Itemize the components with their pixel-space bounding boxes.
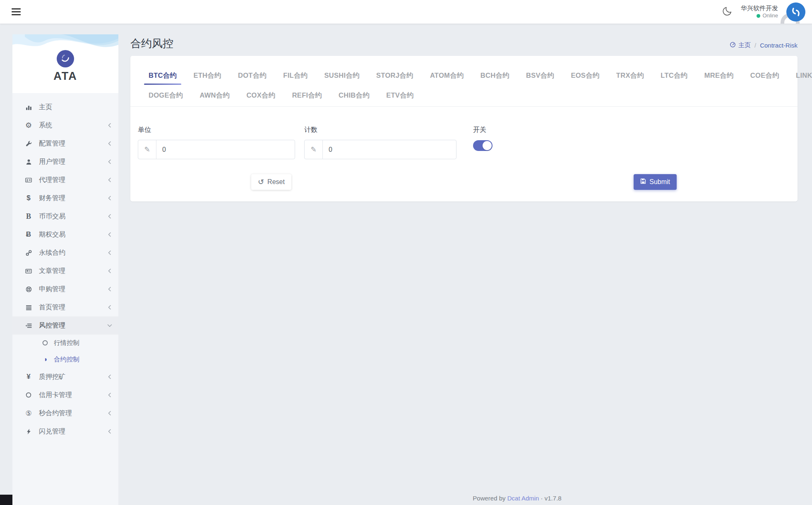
user-icon xyxy=(24,159,33,165)
dark-mode-toggle[interactable] xyxy=(722,6,733,18)
chevron-left-icon xyxy=(108,177,112,182)
page-footer: Powered by Dcat Admin · v1.7.8 xyxy=(237,495,798,502)
tab-MRE合约[interactable]: MRE合约 xyxy=(699,67,740,86)
unit-input[interactable] xyxy=(156,140,295,159)
sidebar-item-15[interactable]: ⑤秒合约管理 xyxy=(12,404,118,422)
sidebar-item-12[interactable]: 风控管理 xyxy=(12,316,118,335)
sidebar-item-2[interactable]: 配置管理 xyxy=(12,134,118,153)
sidebar-item-9[interactable]: 文章管理 xyxy=(12,262,118,280)
sidebar-item-label: 文章管理 xyxy=(39,267,108,275)
chain-link-icon xyxy=(24,250,33,256)
moon-icon xyxy=(722,6,733,18)
coin-b-icon: B xyxy=(24,212,33,221)
sidebar-item-3[interactable]: 用户管理 xyxy=(12,153,118,171)
unit-field-group: 单位 ✎ xyxy=(138,126,295,159)
tab-row-1: DOGE合约AWN合约COX合约REFI合约CHIB合约ETV合约 xyxy=(143,86,787,106)
count-input[interactable] xyxy=(323,140,456,159)
sidebar-item-16[interactable]: 闪兑管理 xyxy=(12,422,118,440)
tab-DOGE合约[interactable]: DOGE合约 xyxy=(143,86,189,106)
contract-risk-card: BTC合约ETH合约DOT合约FIL合约SUSHI合约STORJ合约ATOM合约… xyxy=(130,56,798,201)
tab-BTC合约[interactable]: BTC合约 xyxy=(143,67,183,86)
switch-toggle[interactable] xyxy=(473,140,492,151)
sidebar-menu: 主页⚙系统配置管理用户管理代理管理$财务管理B币币交易Ƀ期权交易永续合约文章管理… xyxy=(12,93,118,440)
avatar[interactable] xyxy=(786,2,805,22)
sidebar-item-1[interactable]: ⚙系统 xyxy=(12,116,118,134)
sidebar-subitem-12-0[interactable]: 行情控制 xyxy=(12,335,118,351)
switch-label: 开关 xyxy=(473,126,492,134)
sidebar-item-11[interactable]: 首页管理 xyxy=(12,298,118,316)
toggle-knob xyxy=(483,141,492,150)
tab-COX合约[interactable]: COX合约 xyxy=(240,86,281,106)
chevron-left-icon xyxy=(108,429,112,434)
tab-EOS合约[interactable]: EOS合约 xyxy=(565,67,605,86)
tab-BCH合约[interactable]: BCH合约 xyxy=(475,67,515,86)
yen-icon: ¥ xyxy=(24,373,33,381)
sidebar-item-label: 风控管理 xyxy=(39,321,108,330)
chevron-left-icon xyxy=(108,159,112,164)
dcat-admin-link[interactable]: Dcat Admin xyxy=(507,495,539,502)
sidebar-item-7[interactable]: Ƀ期权交易 xyxy=(12,225,118,244)
tab-SUSHI合约[interactable]: SUSHI合约 xyxy=(319,67,366,86)
sidebar-item-label: 代理管理 xyxy=(39,176,108,184)
tab-COE合约[interactable]: COE合约 xyxy=(745,67,785,86)
logo-card[interactable]: ATA xyxy=(12,34,118,93)
tab-ETV合约[interactable]: ETV合约 xyxy=(380,86,420,106)
page-title: 合约风控 xyxy=(130,36,173,51)
sidebar-item-5[interactable]: $财务管理 xyxy=(12,189,118,207)
sidebar-item-10[interactable]: 申购管理 xyxy=(12,280,118,298)
chart-bar-icon xyxy=(24,104,33,110)
chevron-left-icon xyxy=(108,232,112,237)
breadcrumb-current[interactable]: Contract-Risk xyxy=(760,42,798,49)
chevron-left-icon xyxy=(108,268,112,273)
hamburger-menu-icon[interactable] xyxy=(12,7,22,17)
tab-FIL合约[interactable]: FIL合约 xyxy=(277,67,313,86)
sidebar-item-6[interactable]: B币币交易 xyxy=(12,207,118,225)
tab-LTC合约[interactable]: LTC合约 xyxy=(655,67,693,86)
tab-CHIB合约[interactable]: CHIB合约 xyxy=(333,86,375,106)
pencil-icon: ✎ xyxy=(305,140,323,159)
chevron-left-icon xyxy=(108,196,112,201)
submit-button[interactable]: Submit xyxy=(634,174,677,190)
wrench-icon xyxy=(24,141,33,147)
tab-AWN合约[interactable]: AWN合约 xyxy=(194,86,235,106)
five-icon: ⑤ xyxy=(24,409,33,418)
sidebar-subitem-label: 行情控制 xyxy=(54,339,118,347)
sidebar-subitem-label: 合约控制 xyxy=(54,355,118,364)
tab-row-0: BTC合约ETH合约DOT合约FIL合约SUSHI合约STORJ合约ATOM合约… xyxy=(143,67,787,86)
id-card-icon xyxy=(24,177,33,183)
tab-DOT合约[interactable]: DOT合约 xyxy=(232,67,272,86)
chevron-left-icon xyxy=(108,374,112,379)
main-content: 合约风控 主页 / Contract-Risk BTC合约ETH合约DOT合约F… xyxy=(118,24,812,505)
tab-REFI合约[interactable]: REFI合约 xyxy=(286,86,328,106)
sidebar-item-13[interactable]: ¥质押挖矿 xyxy=(12,368,118,386)
save-icon xyxy=(640,178,646,186)
tab-BSV合约[interactable]: BSV合约 xyxy=(520,67,560,86)
count-label: 计数 xyxy=(304,126,456,134)
undo-icon: ↺ xyxy=(258,178,264,186)
tab-ETH合约[interactable]: ETH合约 xyxy=(187,67,227,86)
sidebar-item-0[interactable]: 主页 xyxy=(12,98,118,116)
gear-icon: ⚙ xyxy=(24,121,33,130)
sidebar-item-label: 主页 xyxy=(39,103,112,112)
online-status-label: Online xyxy=(762,12,778,19)
sidebar-item-label: 期权交易 xyxy=(39,230,108,239)
tab-STORJ合约[interactable]: STORJ合约 xyxy=(370,67,419,86)
user-info[interactable]: 华兴软件开发 Online xyxy=(741,4,778,19)
sidebar-item-label: 用户管理 xyxy=(39,158,108,166)
breadcrumb: 主页 / Contract-Risk xyxy=(730,41,798,51)
tab-ATOM合约[interactable]: ATOM合约 xyxy=(424,67,470,86)
sidebar-item-8[interactable]: 永续合约 xyxy=(12,244,118,262)
sidebar-item-14[interactable]: 信用卡管理 xyxy=(12,386,118,404)
sidebar-subitem-12-1[interactable]: ◑合约控制 xyxy=(12,351,118,368)
tab-LINK合约[interactable]: LINK合约 xyxy=(790,67,812,86)
chevron-left-icon xyxy=(108,287,112,292)
reset-button[interactable]: ↺ Reset xyxy=(251,174,291,190)
sidebar-item-4[interactable]: 代理管理 xyxy=(12,171,118,189)
online-status-dot xyxy=(757,14,760,18)
sidebar-item-label: 闪兑管理 xyxy=(39,427,108,436)
switch-field-group: 开关 xyxy=(473,126,492,159)
list-arrow-icon xyxy=(24,323,33,329)
chevron-left-icon xyxy=(108,411,112,416)
tab-TRX合约[interactable]: TRX合约 xyxy=(610,67,650,86)
breadcrumb-home-link[interactable]: 主页 xyxy=(730,41,751,49)
